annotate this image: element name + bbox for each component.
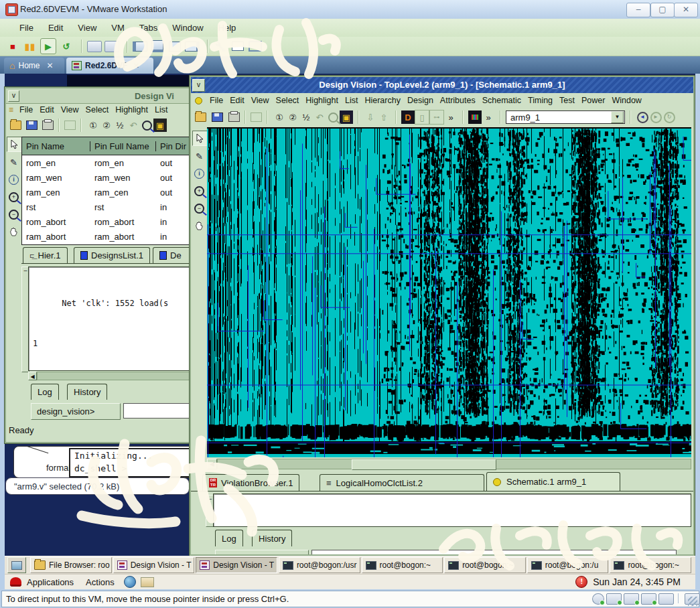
info-tool-icon[interactable]: i bbox=[192, 167, 206, 181]
bg-menu-edit[interactable]: Edit bbox=[36, 104, 58, 116]
waveform-icon[interactable] bbox=[468, 110, 482, 124]
zoom-half-icon[interactable]: ½ bbox=[113, 119, 127, 132]
bg-menu-select[interactable]: Select bbox=[82, 104, 113, 116]
select-tool-icon[interactable] bbox=[192, 131, 208, 146]
flipflop-icon[interactable]: D bbox=[401, 110, 415, 124]
power-off-icon[interactable]: ■ bbox=[5, 39, 20, 54]
menu-help[interactable]: Help bbox=[211, 21, 244, 34]
fg-prompt-button[interactable]: design_vision> bbox=[215, 550, 309, 556]
unity-icon[interactable] bbox=[185, 39, 200, 54]
pin-table-header-name[interactable]: Pin Name bbox=[22, 141, 90, 151]
fg-menu-attributes[interactable]: Attributes bbox=[437, 94, 479, 106]
tab-vm-red26dvevm[interactable]: Red2.6DVF ✕ bbox=[66, 58, 153, 74]
pan-hand-tool-icon[interactable] bbox=[192, 219, 206, 233]
select-tool-icon[interactable] bbox=[7, 137, 22, 152]
fg-menu-window[interactable]: Window bbox=[608, 94, 644, 106]
zoom-undo-icon[interactable]: ↶ bbox=[313, 110, 326, 124]
bg-menu-list[interactable]: List bbox=[151, 104, 171, 116]
show-desktop-icon[interactable] bbox=[7, 557, 26, 573]
tab-history[interactable]: History bbox=[67, 384, 107, 400]
tab-home-close-icon[interactable]: ✕ bbox=[46, 61, 53, 70]
zoom-in-tool-icon[interactable]: + bbox=[192, 184, 206, 198]
fg-command-input[interactable] bbox=[311, 550, 677, 556]
fullscreen-icon[interactable] bbox=[248, 39, 263, 54]
menu-vm[interactable]: VM bbox=[104, 21, 132, 34]
zoom-2x-icon[interactable]: ② bbox=[100, 119, 113, 132]
back-nav-icon[interactable]: ◄ bbox=[636, 110, 649, 124]
taskbar-terminal-home1[interactable]: root@bogon:~ bbox=[362, 557, 443, 573]
pin-row-rst[interactable]: rst rst in bbox=[22, 200, 194, 214]
fg-menu-view[interactable]: View bbox=[248, 94, 273, 106]
email-icon[interactable] bbox=[141, 577, 154, 587]
new-form-icon[interactable] bbox=[251, 112, 262, 122]
pin-row-ram_wen[interactable]: ram_wen ram_wen out bbox=[22, 170, 194, 185]
resize-grip[interactable] bbox=[688, 597, 697, 606]
taskbar-terminal-usr[interactable]: root@bogon:/usr bbox=[279, 557, 360, 573]
fg-menu-power[interactable]: Power bbox=[578, 94, 608, 106]
fg-menu-edit[interactable]: Edit bbox=[226, 94, 248, 106]
tab-schematic1-active[interactable]: Schematic.1 arm9_1 bbox=[486, 472, 620, 491]
capture-screen-icon[interactable] bbox=[230, 39, 245, 54]
bg-command-input[interactable] bbox=[123, 403, 192, 419]
pan-hand-tool-icon[interactable] bbox=[7, 225, 21, 239]
revert-icon[interactable] bbox=[104, 39, 119, 54]
toolbar-overflow2-icon[interactable]: » bbox=[482, 110, 495, 124]
schematic-canvas[interactable] bbox=[207, 127, 691, 457]
play-icon[interactable]: ▶ bbox=[40, 38, 56, 54]
bg-window-menu-button[interactable]: v bbox=[8, 90, 19, 102]
taskbar-design-vision-2-active[interactable]: Design Vision - T bbox=[196, 557, 277, 573]
fg-menu-highlight[interactable]: Highlight bbox=[302, 94, 342, 106]
close-button[interactable]: ✕ bbox=[674, 3, 698, 17]
fg-menu-design[interactable]: Design bbox=[404, 94, 437, 106]
fg-window-titlebar[interactable]: v Design Vision - TopLevel.2 (arm9_1) - … bbox=[191, 77, 693, 93]
zoom-out-tool-icon[interactable]: − bbox=[7, 208, 21, 222]
bg-window-titlebar[interactable]: v Design Vi bbox=[6, 88, 193, 104]
bg-log-view[interactable]: Net 'clk': 1552 load(s 1 Current design … bbox=[28, 267, 193, 371]
tab-log[interactable]: Log bbox=[31, 384, 59, 400]
fg-menu-test[interactable]: Test bbox=[556, 94, 578, 106]
fg-menu-timing[interactable]: Timing bbox=[524, 94, 556, 106]
menu-view[interactable]: View bbox=[70, 21, 104, 34]
applications-menu[interactable]: Applications bbox=[27, 577, 74, 587]
pop-up-icon[interactable]: ⇧ bbox=[377, 110, 391, 124]
save-icon[interactable] bbox=[26, 121, 38, 130]
tab-violation-browser[interactable]: DRTR ViolationBrowser.1 bbox=[202, 474, 299, 491]
cdrom-icon[interactable] bbox=[592, 593, 604, 605]
maximize-button[interactable]: ▢ bbox=[650, 3, 675, 17]
design-selector-combobox[interactable]: arm9_1 ▼ bbox=[506, 110, 625, 124]
reset-icon[interactable]: ↺ bbox=[59, 39, 74, 54]
zoom-sel-icon[interactable] bbox=[140, 119, 153, 132]
scroll-thumb[interactable] bbox=[352, 459, 496, 470]
pin-row-ram_abort[interactable]: ram_abort ram_abort in bbox=[22, 229, 194, 244]
formality-window-fragment[interactable]: formali Initializing... dc_shell > bbox=[13, 446, 191, 478]
console-view-icon[interactable] bbox=[167, 39, 182, 54]
dc-shell-console[interactable]: Initializing... dc_shell > bbox=[69, 448, 195, 477]
tab-designslist1[interactable]: DesignsList.1 bbox=[74, 247, 150, 263]
draw-tool-icon[interactable]: ✎ bbox=[7, 155, 21, 169]
zoom-1x-icon[interactable]: ① bbox=[273, 110, 286, 124]
tab-logical-homo-clct-list[interactable]: ≡ LogicalHomoClctList.2 bbox=[320, 474, 484, 491]
taskbar-terminal-home3[interactable]: root@bogon:~ bbox=[610, 557, 691, 573]
dropdown-arrow-icon[interactable]: ▼ bbox=[611, 111, 624, 123]
taskbar-terminal-home2[interactable]: root@bogon:~ bbox=[444, 557, 526, 573]
zoom-half-icon[interactable]: ½ bbox=[299, 110, 313, 124]
taskbar-terminal-u[interactable]: root@bogon:/u bbox=[527, 557, 609, 573]
pin-table-header-dir[interactable]: Pin Dir bbox=[156, 141, 194, 151]
print-icon[interactable] bbox=[42, 121, 54, 130]
fg-menu-list[interactable]: List bbox=[342, 94, 361, 106]
zoom-undo-icon[interactable]: ↶ bbox=[127, 119, 140, 132]
fg-log-view[interactable]: Current design is 'arm9_1'. design_visio… bbox=[213, 493, 691, 527]
fg-menu-file[interactable]: File bbox=[206, 94, 226, 106]
redhat-menu-icon[interactable] bbox=[10, 577, 21, 587]
tab-vm-close-icon[interactable]: ✕ bbox=[133, 61, 139, 70]
menu-window[interactable]: Window bbox=[165, 21, 210, 34]
display-icon[interactable] bbox=[658, 593, 674, 605]
bg-menu-file[interactable]: File bbox=[16, 104, 36, 116]
taskbar-file-browser[interactable]: File Browser: roo bbox=[30, 557, 112, 573]
zoom-sel-icon[interactable] bbox=[326, 110, 340, 124]
fg-window-menu-button[interactable]: v bbox=[192, 79, 205, 92]
zoom-fit-icon[interactable]: ▣ bbox=[153, 119, 167, 132]
open-icon[interactable] bbox=[10, 121, 21, 130]
menu-tabs[interactable]: Tabs bbox=[132, 21, 165, 34]
fg-menu-hierarchy[interactable]: Hierarchy bbox=[361, 94, 404, 106]
